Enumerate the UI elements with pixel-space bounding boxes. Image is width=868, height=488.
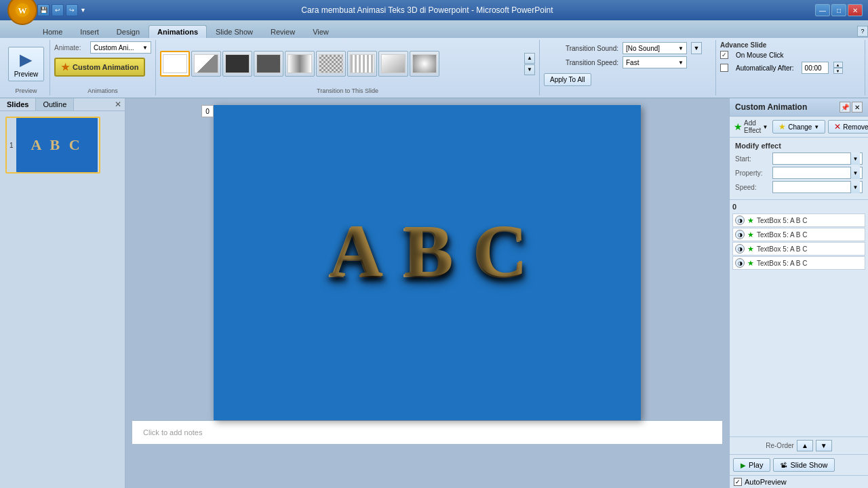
trans-slide-5[interactable] — [285, 51, 315, 77]
auto-preview-checkbox[interactable]: ✓ — [734, 478, 742, 486]
play-area: ▶ Play 📽 Slide Show — [730, 454, 868, 475]
anim-panel-pin[interactable]: 📌 — [840, 102, 850, 113]
ribbon-group-trans-options: Transition Sound: [No Sound] ▼ ▼ Transit… — [540, 40, 716, 96]
close-btn[interactable]: ✕ — [848, 4, 863, 16]
title-bar-left: W — [5, 0, 39, 27]
tab-insert[interactable]: Insert — [71, 25, 108, 38]
slide-thumb-1[interactable]: 1 A B C — [5, 117, 100, 174]
slideshow-button[interactable]: 📽 Slide Show — [773, 458, 835, 472]
tab-design[interactable]: Design — [108, 25, 149, 38]
trans-slide-2[interactable] — [191, 51, 221, 77]
save-quick-btn[interactable]: 💾 — [37, 4, 50, 16]
remove-button[interactable]: ✕ Remove — [828, 120, 868, 134]
tab-review[interactable]: Review — [262, 25, 304, 38]
close-panel-btn[interactable]: ✕ — [111, 98, 125, 110]
preview-group-label: Preview — [15, 86, 37, 94]
on-mouse-click-row: ✓ On Mouse Click — [720, 50, 784, 60]
trans-speed-arrow: ▼ — [678, 60, 684, 66]
property-dropdown[interactable]: ▼ — [850, 167, 860, 179]
on-mouse-click-checkbox[interactable]: ✓ — [720, 51, 728, 59]
anim-panel-close[interactable]: ✕ — [852, 102, 863, 113]
tab-animations[interactable]: Animations — [149, 25, 207, 38]
blank-slide — [163, 54, 187, 73]
animate-dropdown[interactable]: Custom Ani... ▼ — [90, 41, 151, 54]
svg-text:W: W — [18, 5, 27, 16]
slide-panel: Slides Outline ✕ 1 A B C — [0, 98, 125, 488]
speed-input[interactable]: ▼ — [772, 181, 863, 193]
auto-after-input[interactable]: 00:00 — [802, 62, 829, 74]
trans-sound-extra[interactable]: ▼ — [691, 42, 702, 54]
transition-slides — [160, 51, 522, 77]
anim-item-3[interactable]: ◑ ★ TextBox 5: A B C — [732, 242, 865, 256]
tab-home[interactable]: Home — [34, 25, 71, 38]
trans-slide-9[interactable] — [410, 51, 439, 77]
trans-slide-7[interactable] — [347, 51, 377, 77]
redo-quick-btn[interactable]: ↪ — [66, 4, 78, 16]
trans-sound-value: [No Sound] — [626, 45, 660, 52]
anim-item-1[interactable]: ◑ ★ TextBox 5: A B C — [732, 214, 865, 227]
diagonal-slide — [194, 54, 218, 73]
undo-quick-btn[interactable]: ↩ — [52, 4, 64, 16]
anim-item-4[interactable]: ◑ ★ TextBox 5: A B C — [732, 256, 865, 270]
trans-slide-3[interactable] — [222, 51, 252, 77]
spin-down[interactable]: ▼ — [833, 68, 843, 74]
slide8 — [381, 54, 406, 73]
spin-up[interactable]: ▲ — [833, 62, 843, 68]
trans-slide-4[interactable] — [254, 51, 283, 77]
anim-item-icon-3[interactable]: ◑ — [735, 244, 745, 253]
anim-item-text-1: TextBox 5: A B C — [757, 217, 863, 224]
add-arrow: ▼ — [762, 124, 768, 130]
reorder-label: Re-Order — [766, 442, 794, 449]
auto-after-checkbox[interactable] — [720, 64, 728, 72]
qa-dropdown[interactable]: ▼ — [80, 7, 86, 14]
anim-item-icon-2[interactable]: ◑ — [735, 230, 745, 239]
add-effect-area: ★ Add Effect ▼ — [734, 119, 768, 134]
anim-item-icon-4[interactable]: ◑ — [735, 258, 745, 268]
anim-item-star-4: ★ — [747, 259, 754, 268]
abc-letters: A B C — [328, 209, 526, 316]
modify-title: Modify effect — [735, 142, 863, 150]
minimize-btn[interactable]: — — [815, 4, 830, 16]
change-button[interactable]: ★ Change ▼ — [772, 120, 825, 134]
trans-nav-down[interactable]: ▼ — [524, 64, 535, 75]
trans-sound-dropdown[interactable]: [No Sound] ▼ — [623, 42, 687, 54]
black-slide — [225, 54, 250, 73]
anim-item-icon-1[interactable]: ◑ — [735, 216, 745, 225]
property-input[interactable]: ▼ — [772, 167, 863, 179]
preview-button[interactable]: ▶ Preview — [8, 47, 45, 81]
maximize-btn[interactable]: □ — [831, 4, 846, 16]
anim-item-2[interactable]: ◑ ★ TextBox 5: A B C — [732, 228, 865, 241]
tab-slideshow[interactable]: Slide Show — [207, 25, 262, 38]
property-row: Property: ▼ — [735, 167, 863, 179]
tab-view[interactable]: View — [304, 25, 338, 38]
office-button[interactable]: W — [7, 0, 37, 25]
anim-list-area: 0 ◑ ★ TextBox 5: A B C ◑ ★ TextBox 5: A … — [730, 200, 868, 436]
slide-number-badge: 0 — [201, 105, 214, 117]
auto-after-label: Automatically After: — [736, 64, 794, 72]
tab-outline[interactable]: Outline — [36, 98, 74, 110]
custom-animation-button[interactable]: ★ Custom Animation — [54, 58, 145, 77]
tab-slides[interactable]: Slides — [0, 98, 36, 110]
modify-section: Modify effect Start: ▼ Property: ▼ Speed… — [730, 138, 868, 200]
play-large-icon: ▶ — [20, 50, 32, 69]
help-btn[interactable]: ? — [857, 26, 868, 37]
play-button[interactable]: ▶ Play — [733, 458, 770, 472]
trans-slide-8[interactable] — [378, 51, 408, 77]
auto-preview-area: ✓ AutoPreview — [730, 475, 868, 488]
change-arrow: ▼ — [814, 124, 819, 130]
speed-dropdown[interactable]: ▼ — [850, 181, 860, 193]
trans-slide-blank[interactable] — [160, 51, 190, 77]
ribbon-group-animations: Animate: Custom Ani... ▼ ★ Custom Animat… — [50, 40, 156, 96]
start-input[interactable]: ▼ — [772, 152, 863, 165]
notes-area[interactable]: Click to add notes — [132, 420, 722, 444]
apply-all-button[interactable]: Apply To All — [544, 73, 591, 86]
trans-slide-6[interactable] — [316, 51, 346, 77]
slide-canvas[interactable]: 0 A B C — [214, 105, 641, 420]
trans-speed-dropdown[interactable]: Fast ▼ — [623, 56, 687, 68]
ribbon: Home Insert Design Animations Slide Show… — [0, 20, 868, 98]
reorder-down-btn[interactable]: ▼ — [816, 440, 832, 451]
reorder-up-btn[interactable]: ▲ — [797, 440, 813, 451]
trans-nav-up[interactable]: ▲ — [524, 53, 535, 64]
start-dropdown[interactable]: ▼ — [850, 152, 860, 165]
anim-panel-header: Custom Animation 📌 ✕ — [730, 98, 868, 117]
